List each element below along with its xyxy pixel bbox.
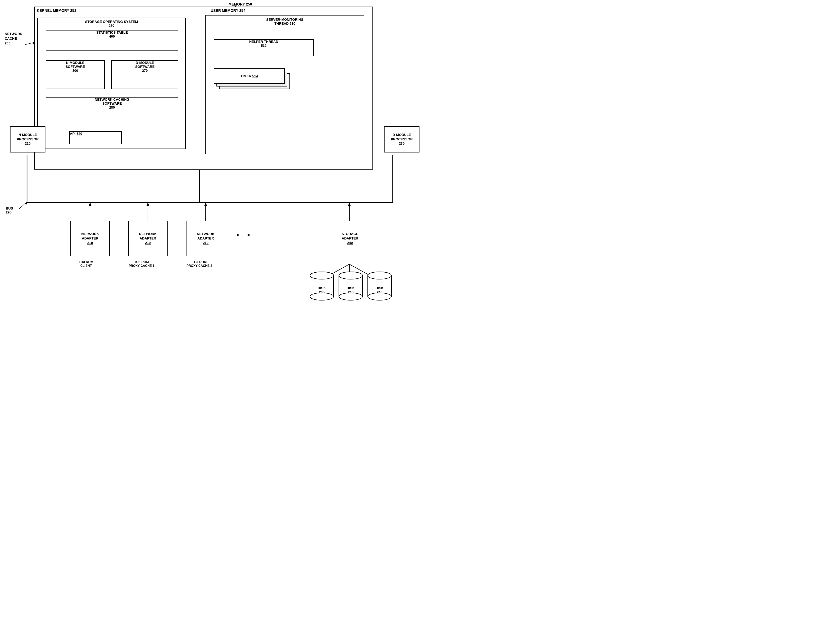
d-module-sw-label: D-MODULESOFTWARE270 [112, 61, 178, 73]
n-module-sw-label: N-MODULESOFTWARE300 [46, 61, 104, 73]
storage-adapter-box: STORAGEADAPTER240 [330, 221, 370, 256]
helper-thread-box: HELPER THREAD512 [214, 39, 314, 56]
kernel-memory-label: KERNEL MEMORY 252 [37, 8, 76, 13]
n-module-sw-box: N-MODULESOFTWARE300 [46, 60, 105, 89]
timer-label: TIMER 514 [241, 74, 258, 78]
to-from-proxy2-label: TO/FROMPROXY CACHE 2 [186, 260, 212, 268]
disk-1-svg: DISK 245 [309, 271, 335, 305]
svg-text:245: 245 [377, 290, 382, 294]
bus-label: BUS295 [6, 206, 13, 214]
memory-label: MEMORY 250 [229, 2, 252, 6]
svg-marker-19 [348, 203, 351, 206]
network-cache-label: NETWORKCACHE200 [5, 32, 22, 46]
storage-os-label: STORAGE OPERATING SYSTEM260 [38, 20, 185, 28]
svg-point-39 [339, 272, 363, 279]
svg-text:DISK: DISK [375, 286, 384, 290]
d-module-processor-box: D-MODULEPROCESSOR230 [384, 126, 420, 152]
statistics-table-label: STATISTICS TABLE400 [46, 30, 178, 38]
svg-point-45 [368, 272, 392, 279]
memory-box: KERNEL MEMORY 252 USER MEMORY 254 STORAG… [34, 6, 373, 169]
to-from-proxy1-label: TO/FROMPROXY CACHE 1 [129, 260, 155, 268]
server-monitor-box: SERVER-MONITORINGTHREAD 510 HELPER THREA… [205, 15, 364, 154]
storage-os-box: STORAGE OPERATING SYSTEM260 STATISTICS T… [37, 17, 186, 149]
svg-line-23 [19, 203, 26, 209]
svg-text:DISK: DISK [317, 286, 326, 290]
svg-marker-24 [24, 202, 27, 204]
svg-point-33 [310, 272, 333, 279]
server-monitor-label: SERVER-MONITORINGTHREAD 510 [206, 17, 364, 25]
svg-text:DISK: DISK [346, 286, 355, 290]
statistics-table-box: STATISTICS TABLE400 [46, 30, 178, 51]
network-adapter-3-label: NETWORKADAPTER210 [197, 232, 214, 245]
svg-marker-11 [146, 203, 150, 206]
to-from-client-label: TO/FROMCLIENT [79, 260, 93, 268]
d-module-processor-label: D-MODULEPROCESSOR230 [391, 133, 413, 146]
network-adapter-2-label: NETWORKADAPTER210 [139, 232, 156, 245]
disk-2-svg: DISK 245 [338, 271, 364, 305]
storage-adapter-label: STORAGEADAPTER240 [341, 232, 358, 245]
network-adapter-2-box: NETWORKADAPTER210 [128, 221, 167, 256]
architecture-diagram: MEMORY 250 [0, 0, 420, 316]
network-adapter-1-label: NETWORKADAPTER210 [81, 232, 99, 245]
svg-line-28 [25, 42, 35, 45]
svg-text:245: 245 [319, 290, 325, 294]
n-module-processor-box: N-MODULEPROCESSOR220 [10, 126, 46, 152]
network-adapter-1-box: NETWORKADAPTER210 [70, 221, 110, 256]
helper-thread-label: HELPER THREAD512 [214, 40, 313, 48]
user-memory-label: USER MEMORY 254 [211, 8, 245, 13]
api-label: API 520 [70, 132, 122, 136]
dots-label: • • [237, 231, 253, 239]
network-adapter-3-box: NETWORKADAPTER210 [186, 221, 225, 256]
svg-text:245: 245 [348, 290, 354, 294]
network-caching-label: NETWORK CACHINGSOFTWARE280 [46, 98, 178, 109]
timer-box-front: TIMER 514 [214, 68, 285, 84]
disk-3-svg: DISK 245 [366, 271, 393, 305]
api-box: API 520 [69, 131, 122, 144]
n-module-processor-label: N-MODULEPROCESSOR220 [17, 133, 39, 146]
svg-marker-15 [204, 203, 207, 206]
network-caching-box: NETWORK CACHINGSOFTWARE280 [46, 97, 178, 123]
d-module-sw-box: D-MODULESOFTWARE270 [111, 60, 178, 89]
svg-marker-7 [88, 203, 92, 206]
